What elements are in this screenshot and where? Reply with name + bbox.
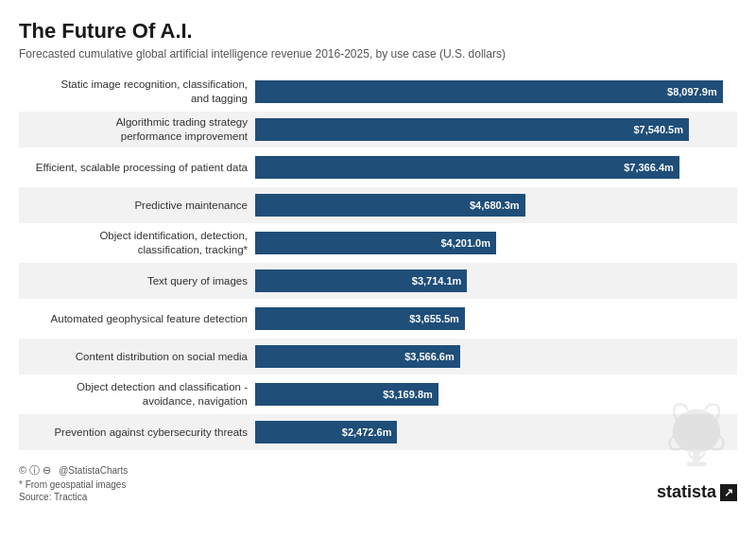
bar-label: Object detection and classification -avo… <box>19 380 255 409</box>
bar-row: Automated geophysical feature detection$… <box>19 301 737 337</box>
bar-fill: $7,366.4m <box>255 156 679 179</box>
bar-value: $3,714.1m <box>412 275 462 287</box>
bar-row: Text query of images$3,714.1m <box>19 263 737 299</box>
bar-fill: $4,680.3m <box>255 194 525 217</box>
bar-container: $3,566.6m <box>255 339 737 374</box>
bar-label: Object identification, detection,classif… <box>19 229 255 257</box>
bar-fill: $2,472.6m <box>255 421 397 443</box>
chart-subtitle: Forecasted cumulative global artificial … <box>19 47 737 61</box>
bar-row: Static image recognition, classification… <box>19 74 737 110</box>
bar-value: $3,655.5m <box>409 313 459 324</box>
footer-handle: @StatistaCharts <box>59 465 128 476</box>
bar-label: Prevention against cybersecurity threats <box>19 426 255 440</box>
bar-fill: $7,540.5m <box>255 118 689 141</box>
bar-value: $3,169.8m <box>383 389 433 400</box>
bar-container: $3,714.1m <box>255 263 737 299</box>
svg-point-0 <box>673 409 720 454</box>
bar-row: Algorithmic trading strategyperformance … <box>19 112 737 148</box>
bar-value: $2,472.6m <box>342 426 392 438</box>
bar-fill: $8,097.9m <box>255 80 723 103</box>
statista-arrow-icon: ↗ <box>720 484 737 501</box>
bar-label: Algorithmic trading strategyperformance … <box>19 115 255 144</box>
bar-value: $4,680.3m <box>470 200 520 211</box>
statista-logo: statista ↗ <box>657 482 737 502</box>
footer-left: © ⓘ ⊖ @StatistaCharts * From geospatial … <box>19 463 128 502</box>
bar-value: $3,566.6m <box>404 351 455 362</box>
svg-rect-3 <box>686 461 707 466</box>
bar-label: Automated geophysical feature detection <box>19 312 255 326</box>
bar-container: $7,540.5m <box>255 112 737 148</box>
brain-icon <box>654 397 739 482</box>
bar-value: $7,540.5m <box>633 124 683 135</box>
chart-title: The Future Of A.I. <box>19 19 737 43</box>
bar-container: $7,366.4m <box>255 149 737 185</box>
bar-value: $8,097.9m <box>667 86 717 97</box>
bar-label: Efficient, scalable processing of patien… <box>19 161 255 175</box>
bar-row: Efficient, scalable processing of patien… <box>19 149 737 185</box>
bar-label: Predictive maintenance <box>19 199 255 213</box>
bar-label: Static image recognition, classification… <box>19 78 255 106</box>
bar-fill: $3,655.5m <box>255 307 465 330</box>
footer-source: Source: Tractica <box>19 492 128 502</box>
bar-fill: $3,714.1m <box>255 270 467 292</box>
bar-fill: $4,201.0m <box>255 232 496 254</box>
bar-row: Prevention against cybersecurity threats… <box>19 414 737 450</box>
bar-row: Object identification, detection,classif… <box>19 225 737 261</box>
bar-container: $4,201.0m <box>255 225 737 261</box>
infographic-container: The Future Of A.I. Forecasted cumulative… <box>0 0 756 539</box>
bar-fill: $3,169.8m <box>255 383 438 406</box>
footer-icons: © ⓘ ⊖ @StatistaCharts <box>19 463 128 478</box>
statista-text: statista <box>657 482 716 502</box>
cc-icon: © ⓘ ⊖ <box>19 463 51 478</box>
footer-note: * From geospatial images <box>19 479 128 490</box>
bar-label: Text query of images <box>19 274 255 288</box>
bar-container: $8,097.9m <box>255 74 737 110</box>
chart-footer: © ⓘ ⊖ @StatistaCharts * From geospatial … <box>19 460 737 502</box>
bar-container: $3,655.5m <box>255 301 737 337</box>
chart-area: Static image recognition, classification… <box>19 74 737 450</box>
bar-row: Object detection and classification -avo… <box>19 376 737 412</box>
bar-value: $4,201.0m <box>440 237 490 249</box>
bar-container: $4,680.3m <box>255 187 737 223</box>
bar-value: $7,366.4m <box>624 162 674 173</box>
bar-fill: $3,566.6m <box>255 345 460 368</box>
bar-label: Content distribution on social media <box>19 350 255 364</box>
bar-row: Predictive maintenance$4,680.3m <box>19 187 737 223</box>
bar-row: Content distribution on social media$3,5… <box>19 339 737 374</box>
